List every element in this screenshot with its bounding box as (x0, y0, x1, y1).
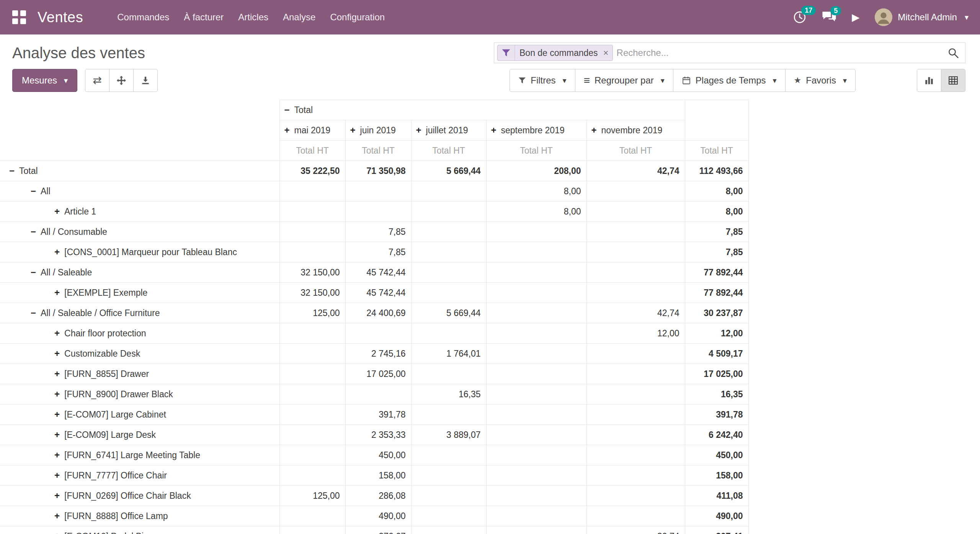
pivot-cell[interactable]: 307,41 (685, 526, 748, 534)
pivot-cell[interactable] (411, 222, 486, 242)
pivot-cell[interactable]: 208,00 (486, 161, 586, 181)
pivot-cell[interactable]: 17 025,00 (345, 364, 411, 384)
pivot-cell[interactable] (486, 384, 586, 405)
expand-icon[interactable]: + (54, 369, 60, 379)
pivot-cell[interactable] (486, 445, 586, 465)
pivot-cell[interactable] (345, 201, 411, 222)
pivot-cell[interactable]: 411,08 (685, 486, 748, 506)
row-header[interactable]: +[EXEMPLE] Exemple (0, 283, 279, 303)
pivot-cell[interactable] (586, 181, 685, 201)
time-ranges-button[interactable]: Plages de Temps ▾ (673, 69, 786, 92)
row-header[interactable]: +[FURN_8900] Drawer Black (0, 384, 279, 405)
pivot-cell[interactable]: 4 509,17 (685, 344, 748, 364)
expand-icon[interactable]: + (591, 125, 597, 136)
pivot-cell[interactable] (411, 526, 486, 534)
search-input[interactable] (617, 48, 941, 58)
pivot-cell[interactable]: 5 669,44 (411, 303, 486, 323)
pivot-cell[interactable] (345, 384, 411, 405)
pivot-cell[interactable]: 16,35 (411, 384, 486, 405)
pivot-cell[interactable] (411, 242, 486, 262)
pivot-cell[interactable]: 17 025,00 (685, 364, 748, 384)
pivot-cell[interactable]: 24 400,69 (345, 303, 411, 323)
pivot-cell[interactable]: 2 745,16 (345, 344, 411, 364)
pivot-cell[interactable] (411, 506, 486, 526)
pivot-cell[interactable] (411, 405, 486, 425)
view-switch-pivot[interactable] (941, 69, 965, 92)
pivot-cell[interactable] (279, 526, 345, 534)
pivot-cell[interactable] (279, 344, 345, 364)
pivot-cell[interactable]: 8,00 (685, 201, 748, 222)
pivot-cell[interactable]: 71 350,98 (345, 161, 411, 181)
favorites-button[interactable]: ★ Favoris ▾ (785, 69, 856, 92)
expand-icon[interactable]: + (54, 206, 60, 217)
pivot-cell[interactable]: 6 242,40 (685, 425, 748, 445)
expand-all-button[interactable] (109, 69, 134, 92)
pivot-cell[interactable] (586, 465, 685, 486)
pivot-cell[interactable]: 5 669,44 (411, 161, 486, 181)
row-header[interactable]: +Customizable Desk (0, 344, 279, 364)
messages-icon-wrap[interactable]: 5 (822, 11, 836, 24)
menu-item[interactable]: Analyse (276, 0, 323, 34)
menu-item[interactable]: Articles (231, 0, 276, 34)
user-menu[interactable]: Mitchell Admin ▾ (875, 8, 969, 26)
group-by-button[interactable]: ≡ Regrouper par ▾ (575, 69, 673, 92)
pivot-cell[interactable]: 8,00 (486, 201, 586, 222)
pivot-cell[interactable]: 112 493,66 (685, 161, 748, 181)
col-header-month[interactable]: +juillet 2019 (411, 120, 486, 141)
pivot-cell[interactable] (486, 486, 586, 506)
pivot-cell[interactable] (279, 425, 345, 445)
pivot-cell[interactable]: 490,00 (685, 506, 748, 526)
pivot-cell[interactable]: 30,74 (586, 526, 685, 534)
expand-icon[interactable]: + (54, 409, 60, 420)
expand-icon[interactable]: + (284, 125, 290, 136)
pivot-cell[interactable]: 7,85 (685, 242, 748, 262)
collapse-icon[interactable]: − (9, 165, 15, 176)
download-button[interactable] (133, 69, 158, 92)
pivot-cell[interactable]: 32 150,00 (279, 262, 345, 283)
pivot-cell[interactable] (279, 181, 345, 201)
expand-icon[interactable]: + (54, 328, 60, 339)
pivot-cell[interactable]: 8,00 (486, 181, 586, 201)
expand-icon[interactable]: + (350, 125, 356, 136)
pivot-cell[interactable]: 158,00 (685, 465, 748, 486)
col-header-month[interactable]: +juin 2019 (345, 120, 411, 141)
measures-button[interactable]: Mesures ▾ (12, 69, 77, 92)
pivot-cell[interactable] (486, 222, 586, 242)
measure-header[interactable]: Total HT (586, 141, 685, 161)
pivot-cell[interactable] (345, 323, 411, 344)
pivot-cell[interactable] (486, 526, 586, 534)
measure-header[interactable]: Total HT (279, 141, 345, 161)
pivot-cell[interactable] (586, 506, 685, 526)
pivot-cell[interactable] (586, 283, 685, 303)
expand-icon[interactable]: + (54, 531, 60, 534)
collapse-icon[interactable]: − (31, 308, 36, 318)
pivot-cell[interactable] (486, 344, 586, 364)
pivot-cell[interactable]: 286,08 (345, 486, 411, 506)
pivot-cell[interactable] (411, 486, 486, 506)
expand-icon[interactable]: + (54, 348, 60, 359)
expand-icon[interactable]: + (54, 389, 60, 400)
pivot-cell[interactable] (486, 425, 586, 445)
row-header[interactable]: +[FURN_6741] Large Meeting Table (0, 445, 279, 465)
pivot-cell[interactable]: 7,85 (345, 222, 411, 242)
expand-icon[interactable]: + (54, 429, 60, 440)
flip-axis-button[interactable]: ⇄ (85, 69, 109, 92)
row-header[interactable]: −All / Saleable / Office Furniture (0, 303, 279, 323)
play-tour-icon[interactable]: ▶ (852, 11, 859, 23)
pivot-cell[interactable] (486, 283, 586, 303)
expand-icon[interactable]: + (54, 287, 60, 298)
apps-menu-icon[interactable] (11, 10, 27, 25)
pivot-cell[interactable] (411, 364, 486, 384)
row-header[interactable]: +[FURN_8888] Office Lamp (0, 506, 279, 526)
row-header[interactable]: +[FURN_7777] Office Chair (0, 465, 279, 486)
pivot-cell[interactable] (279, 445, 345, 465)
view-switch-graph[interactable] (917, 69, 941, 92)
pivot-cell[interactable] (486, 303, 586, 323)
pivot-cell[interactable] (486, 364, 586, 384)
search-facet[interactable]: Bon de commandes × (497, 45, 613, 61)
pivot-cell[interactable]: 16,35 (685, 384, 748, 405)
pivot-cell[interactable]: 391,78 (685, 405, 748, 425)
row-header[interactable]: −All / Saleable (0, 262, 279, 283)
app-name[interactable]: Ventes (38, 9, 83, 26)
pivot-cell[interactable] (486, 506, 586, 526)
